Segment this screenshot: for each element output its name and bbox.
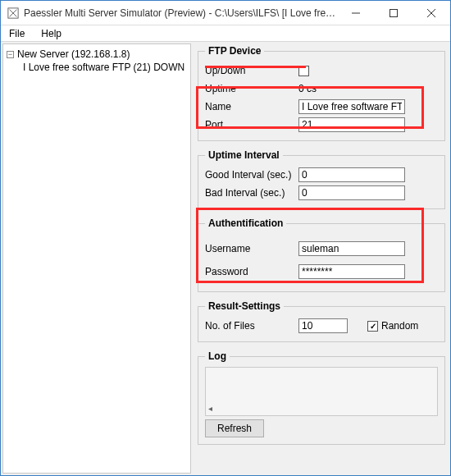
title-bar: Paessler Multi Server Simulator (Preview… xyxy=(1,1,450,25)
maximize-icon xyxy=(390,9,398,17)
good-interval-label: Good Interval (sec.) xyxy=(205,169,295,181)
tree-collapse-icon[interactable]: − xyxy=(7,51,14,58)
tree-child[interactable]: I Love free software FTP (21) DOWN xyxy=(3,61,190,74)
uptime-value: 0 cs xyxy=(298,83,317,94)
auth-group: Authentification Username Password xyxy=(198,217,445,292)
random-label: Random xyxy=(381,320,418,332)
tree-child-label: I Love free software FTP (21) DOWN xyxy=(23,62,184,73)
uptime-interval-group: Uptime Interval Good Interval (sec.) Bad… xyxy=(198,149,445,209)
ftp-device-legend: FTP Device xyxy=(205,45,264,57)
log-caret-icon: ◂ xyxy=(208,404,212,413)
updown-checkbox[interactable] xyxy=(298,66,309,76)
tree-root-label: New Server (192.168.1.8) xyxy=(17,48,130,60)
svg-rect-1 xyxy=(390,9,398,16)
uptime-interval-legend: Uptime Interval xyxy=(205,149,283,161)
password-label: Password xyxy=(205,266,295,277)
bad-interval-input[interactable] xyxy=(298,185,405,200)
content-area: − New Server (192.168.1.8) I Love free s… xyxy=(1,42,450,475)
menu-help[interactable]: Help xyxy=(38,26,65,41)
window-buttons xyxy=(337,1,450,25)
server-tree[interactable]: − New Server (192.168.1.8) I Love free s… xyxy=(2,43,191,474)
minimize-icon xyxy=(352,9,360,17)
close-icon xyxy=(427,9,435,17)
uptime-label: Uptime xyxy=(205,83,295,94)
properties-panel: FTP Device Up/Down Uptime 0 cs Name Port xyxy=(193,42,450,475)
maximize-button[interactable] xyxy=(375,1,412,25)
menu-bar: File Help xyxy=(1,25,450,42)
result-settings-legend: Result-Settings xyxy=(205,300,284,312)
name-input[interactable] xyxy=(298,99,405,114)
app-icon xyxy=(7,7,19,19)
minimize-button[interactable] xyxy=(337,1,375,25)
random-checkbox[interactable] xyxy=(367,321,378,332)
name-label: Name xyxy=(205,101,295,112)
ftp-device-group: FTP Device Up/Down Uptime 0 cs Name Port xyxy=(198,45,445,141)
result-settings-group: Result-Settings No. of Files Random xyxy=(198,300,445,342)
good-interval-input[interactable] xyxy=(298,167,405,182)
username-label: Username xyxy=(205,243,295,254)
app-window: Paessler Multi Server Simulator (Preview… xyxy=(0,0,451,476)
updown-label: Up/Down xyxy=(205,65,295,76)
menu-file[interactable]: File xyxy=(6,26,28,41)
log-group: Log ◂ Refresh xyxy=(198,350,445,445)
nofiles-label: No. of Files xyxy=(205,320,295,332)
nofiles-input[interactable] xyxy=(298,318,348,333)
close-button[interactable] xyxy=(412,1,450,25)
refresh-button[interactable]: Refresh xyxy=(205,419,264,437)
log-textarea[interactable]: ◂ xyxy=(205,367,438,416)
password-input[interactable] xyxy=(298,264,405,279)
window-title: Paessler Multi Server Simulator (Preview… xyxy=(24,7,337,19)
bad-interval-label: Bad Interval (sec.) xyxy=(205,187,295,199)
auth-legend: Authentification xyxy=(205,217,286,229)
port-label: Port xyxy=(205,119,295,130)
tree-root[interactable]: − New Server (192.168.1.8) xyxy=(3,48,190,61)
log-legend: Log xyxy=(205,350,230,362)
port-input[interactable] xyxy=(298,117,405,132)
username-input[interactable] xyxy=(298,241,405,256)
